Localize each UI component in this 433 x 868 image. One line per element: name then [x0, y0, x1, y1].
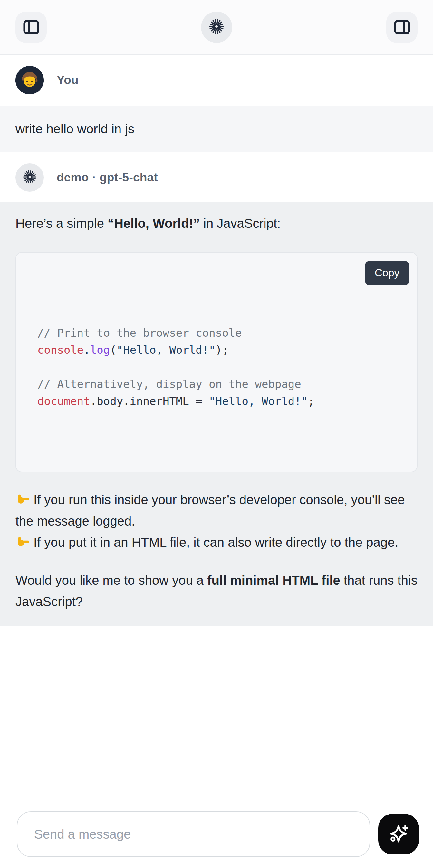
- sparkle-send-button[interactable]: [378, 814, 419, 855]
- user-avatar: [16, 66, 44, 94]
- chat-app: You write hello world in js demo · gpt-5…: [0, 0, 433, 868]
- right-panel-toggle-button[interactable]: [386, 11, 417, 43]
- text-run: Would you like me to show you a: [16, 573, 207, 587]
- code-token-plain: .: [84, 343, 90, 356]
- note-text: If you put it in an HTML file, it can al…: [33, 535, 398, 549]
- model-logo-badge: [201, 11, 232, 43]
- composer-bar: [0, 800, 433, 868]
- top-bar: [0, 0, 433, 55]
- user-message: write hello world in js: [0, 106, 433, 152]
- starburst-icon: [208, 18, 225, 36]
- assistant-message-group: demo · gpt-5-chat Here’s a simple “Hello…: [0, 152, 433, 626]
- bold-text: “Hello, World!”: [107, 216, 200, 230]
- point-right-emoji-icon: [16, 491, 30, 504]
- code-line: [37, 359, 404, 376]
- user-message-group: You write hello world in js: [0, 55, 433, 152]
- code-line: console.log("Hello, World!");: [37, 342, 404, 359]
- code-line: // Print to the browser console: [37, 324, 404, 342]
- code-token-red: document: [37, 395, 90, 408]
- panel-right-icon: [393, 18, 411, 36]
- code-token-plain: );: [216, 343, 229, 356]
- note-line: If you put it in an HTML file, it can al…: [16, 532, 417, 553]
- user-turn-header: You: [0, 55, 433, 106]
- code-line: document.body.innerHTML = "Hello, World!…: [37, 393, 404, 410]
- sparkle-plus-icon: [387, 823, 410, 845]
- assistant-turn-header: demo · gpt-5-chat: [0, 152, 433, 202]
- person-emoji-icon: [16, 66, 44, 94]
- user-message-text: write hello world in js: [16, 122, 134, 136]
- text-run: Here’s a simple: [16, 216, 107, 230]
- code-token-plain: ;: [308, 395, 314, 408]
- assistant-name-label: demo · gpt-5-chat: [57, 171, 158, 184]
- assistant-notes: If you run this inside your browser’s de…: [16, 489, 417, 553]
- copy-code-button[interactable]: Copy: [365, 261, 409, 285]
- note-text: If you run this inside your browser’s de…: [16, 493, 405, 528]
- code-token-comment: // Print to the browser console: [37, 327, 242, 339]
- code-token-red: console: [37, 343, 84, 356]
- code-token-plain: (: [110, 343, 116, 356]
- code-token-plain: .body.innerHTML =: [90, 395, 209, 408]
- code-line: // Alternatively, display on the webpage: [37, 376, 404, 393]
- assistant-message: Here’s a simple “Hello, World!” in JavaS…: [0, 202, 433, 626]
- text-run: in JavaScript:: [200, 216, 281, 230]
- assistant-intro-text: Here’s a simple “Hello, World!” in JavaS…: [16, 213, 417, 234]
- point-right-emoji-icon: [16, 533, 30, 546]
- bold-text: full minimal HTML file: [207, 573, 340, 587]
- code-block: Copy // Print to the browser consolecons…: [16, 252, 417, 472]
- assistant-question-text: Would you like me to show you a full min…: [16, 570, 417, 612]
- note-line: If you run this inside your browser’s de…: [16, 489, 417, 532]
- assistant-avatar: [16, 163, 44, 192]
- code-token-purple: log: [90, 343, 110, 356]
- code-content: // Print to the browser consoleconsole.l…: [37, 324, 404, 410]
- sidebar-toggle-button[interactable]: [16, 11, 47, 43]
- user-name-label: You: [57, 73, 79, 87]
- code-token-string: "Hello, World!": [117, 343, 216, 356]
- starburst-icon: [22, 169, 37, 186]
- code-token-comment: // Alternatively, display on the webpage: [37, 378, 301, 391]
- message-input[interactable]: [17, 811, 370, 857]
- panel-left-icon: [22, 18, 40, 36]
- code-token-string: "Hello, World!": [209, 395, 308, 408]
